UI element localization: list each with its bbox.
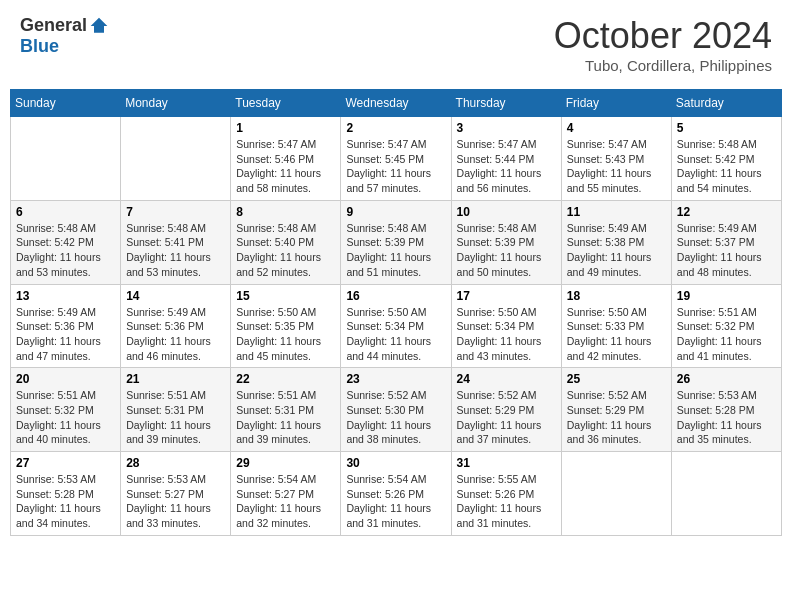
- day-info: Sunrise: 5:54 AM Sunset: 5:27 PM Dayligh…: [236, 472, 335, 531]
- calendar-cell: 20Sunrise: 5:51 AM Sunset: 5:32 PM Dayli…: [11, 368, 121, 452]
- day-number: 11: [567, 205, 666, 219]
- calendar-cell: [121, 117, 231, 201]
- calendar-cell: 3Sunrise: 5:47 AM Sunset: 5:44 PM Daylig…: [451, 117, 561, 201]
- calendar-cell: 1Sunrise: 5:47 AM Sunset: 5:46 PM Daylig…: [231, 117, 341, 201]
- day-number: 9: [346, 205, 445, 219]
- day-info: Sunrise: 5:48 AM Sunset: 5:41 PM Dayligh…: [126, 221, 225, 280]
- calendar-cell: [561, 452, 671, 536]
- day-info: Sunrise: 5:48 AM Sunset: 5:42 PM Dayligh…: [677, 137, 776, 196]
- calendar-cell: 9Sunrise: 5:48 AM Sunset: 5:39 PM Daylig…: [341, 200, 451, 284]
- calendar-cell: 24Sunrise: 5:52 AM Sunset: 5:29 PM Dayli…: [451, 368, 561, 452]
- day-info: Sunrise: 5:49 AM Sunset: 5:36 PM Dayligh…: [16, 305, 115, 364]
- weekday-header: Friday: [561, 90, 671, 117]
- calendar-cell: 11Sunrise: 5:49 AM Sunset: 5:38 PM Dayli…: [561, 200, 671, 284]
- month-title: October 2024: [554, 15, 772, 57]
- day-info: Sunrise: 5:49 AM Sunset: 5:36 PM Dayligh…: [126, 305, 225, 364]
- day-info: Sunrise: 5:53 AM Sunset: 5:28 PM Dayligh…: [677, 388, 776, 447]
- calendar-cell: 14Sunrise: 5:49 AM Sunset: 5:36 PM Dayli…: [121, 284, 231, 368]
- calendar-cell: 15Sunrise: 5:50 AM Sunset: 5:35 PM Dayli…: [231, 284, 341, 368]
- day-number: 15: [236, 289, 335, 303]
- day-info: Sunrise: 5:47 AM Sunset: 5:44 PM Dayligh…: [457, 137, 556, 196]
- day-number: 12: [677, 205, 776, 219]
- day-number: 10: [457, 205, 556, 219]
- calendar-cell: [11, 117, 121, 201]
- day-number: 27: [16, 456, 115, 470]
- day-info: Sunrise: 5:53 AM Sunset: 5:27 PM Dayligh…: [126, 472, 225, 531]
- calendar-cell: 2Sunrise: 5:47 AM Sunset: 5:45 PM Daylig…: [341, 117, 451, 201]
- calendar-cell: 6Sunrise: 5:48 AM Sunset: 5:42 PM Daylig…: [11, 200, 121, 284]
- day-info: Sunrise: 5:50 AM Sunset: 5:34 PM Dayligh…: [346, 305, 445, 364]
- day-info: Sunrise: 5:51 AM Sunset: 5:31 PM Dayligh…: [126, 388, 225, 447]
- weekday-header: Saturday: [671, 90, 781, 117]
- day-number: 3: [457, 121, 556, 135]
- logo-general: General: [20, 15, 87, 36]
- day-info: Sunrise: 5:47 AM Sunset: 5:46 PM Dayligh…: [236, 137, 335, 196]
- day-number: 6: [16, 205, 115, 219]
- calendar-cell: 12Sunrise: 5:49 AM Sunset: 5:37 PM Dayli…: [671, 200, 781, 284]
- calendar-week-row: 13Sunrise: 5:49 AM Sunset: 5:36 PM Dayli…: [11, 284, 782, 368]
- calendar-cell: 30Sunrise: 5:54 AM Sunset: 5:26 PM Dayli…: [341, 452, 451, 536]
- calendar-cell: 26Sunrise: 5:53 AM Sunset: 5:28 PM Dayli…: [671, 368, 781, 452]
- logo-icon: [89, 16, 109, 36]
- day-number: 29: [236, 456, 335, 470]
- day-number: 16: [346, 289, 445, 303]
- day-number: 22: [236, 372, 335, 386]
- day-info: Sunrise: 5:48 AM Sunset: 5:40 PM Dayligh…: [236, 221, 335, 280]
- day-info: Sunrise: 5:54 AM Sunset: 5:26 PM Dayligh…: [346, 472, 445, 531]
- day-number: 2: [346, 121, 445, 135]
- calendar-cell: 7Sunrise: 5:48 AM Sunset: 5:41 PM Daylig…: [121, 200, 231, 284]
- day-info: Sunrise: 5:50 AM Sunset: 5:35 PM Dayligh…: [236, 305, 335, 364]
- calendar-week-row: 6Sunrise: 5:48 AM Sunset: 5:42 PM Daylig…: [11, 200, 782, 284]
- calendar-cell: 8Sunrise: 5:48 AM Sunset: 5:40 PM Daylig…: [231, 200, 341, 284]
- calendar-week-row: 20Sunrise: 5:51 AM Sunset: 5:32 PM Dayli…: [11, 368, 782, 452]
- day-info: Sunrise: 5:48 AM Sunset: 5:39 PM Dayligh…: [346, 221, 445, 280]
- day-info: Sunrise: 5:53 AM Sunset: 5:28 PM Dayligh…: [16, 472, 115, 531]
- calendar-cell: 4Sunrise: 5:47 AM Sunset: 5:43 PM Daylig…: [561, 117, 671, 201]
- calendar-cell: 31Sunrise: 5:55 AM Sunset: 5:26 PM Dayli…: [451, 452, 561, 536]
- day-info: Sunrise: 5:50 AM Sunset: 5:34 PM Dayligh…: [457, 305, 556, 364]
- day-number: 20: [16, 372, 115, 386]
- day-info: Sunrise: 5:50 AM Sunset: 5:33 PM Dayligh…: [567, 305, 666, 364]
- calendar-table: SundayMondayTuesdayWednesdayThursdayFrid…: [10, 89, 782, 536]
- day-info: Sunrise: 5:49 AM Sunset: 5:38 PM Dayligh…: [567, 221, 666, 280]
- weekday-header: Tuesday: [231, 90, 341, 117]
- day-number: 17: [457, 289, 556, 303]
- calendar-cell: 22Sunrise: 5:51 AM Sunset: 5:31 PM Dayli…: [231, 368, 341, 452]
- day-info: Sunrise: 5:49 AM Sunset: 5:37 PM Dayligh…: [677, 221, 776, 280]
- day-number: 28: [126, 456, 225, 470]
- day-number: 26: [677, 372, 776, 386]
- logo: General Blue: [20, 15, 109, 57]
- calendar-cell: 28Sunrise: 5:53 AM Sunset: 5:27 PM Dayli…: [121, 452, 231, 536]
- day-info: Sunrise: 5:52 AM Sunset: 5:29 PM Dayligh…: [457, 388, 556, 447]
- calendar-week-row: 1Sunrise: 5:47 AM Sunset: 5:46 PM Daylig…: [11, 117, 782, 201]
- day-number: 4: [567, 121, 666, 135]
- day-number: 5: [677, 121, 776, 135]
- calendar-cell: 29Sunrise: 5:54 AM Sunset: 5:27 PM Dayli…: [231, 452, 341, 536]
- location: Tubo, Cordillera, Philippines: [554, 57, 772, 74]
- day-number: 19: [677, 289, 776, 303]
- calendar-cell: [671, 452, 781, 536]
- day-number: 25: [567, 372, 666, 386]
- day-info: Sunrise: 5:47 AM Sunset: 5:43 PM Dayligh…: [567, 137, 666, 196]
- calendar-cell: 17Sunrise: 5:50 AM Sunset: 5:34 PM Dayli…: [451, 284, 561, 368]
- weekday-header: Thursday: [451, 90, 561, 117]
- day-info: Sunrise: 5:51 AM Sunset: 5:32 PM Dayligh…: [16, 388, 115, 447]
- day-info: Sunrise: 5:55 AM Sunset: 5:26 PM Dayligh…: [457, 472, 556, 531]
- calendar-cell: 25Sunrise: 5:52 AM Sunset: 5:29 PM Dayli…: [561, 368, 671, 452]
- page-header: General Blue October 2024 Tubo, Cordille…: [10, 10, 782, 79]
- day-info: Sunrise: 5:48 AM Sunset: 5:39 PM Dayligh…: [457, 221, 556, 280]
- day-number: 1: [236, 121, 335, 135]
- weekday-header: Sunday: [11, 90, 121, 117]
- calendar-cell: 19Sunrise: 5:51 AM Sunset: 5:32 PM Dayli…: [671, 284, 781, 368]
- day-number: 30: [346, 456, 445, 470]
- calendar-header-row: SundayMondayTuesdayWednesdayThursdayFrid…: [11, 90, 782, 117]
- day-number: 31: [457, 456, 556, 470]
- day-number: 8: [236, 205, 335, 219]
- day-info: Sunrise: 5:52 AM Sunset: 5:29 PM Dayligh…: [567, 388, 666, 447]
- calendar-cell: 27Sunrise: 5:53 AM Sunset: 5:28 PM Dayli…: [11, 452, 121, 536]
- calendar-cell: 18Sunrise: 5:50 AM Sunset: 5:33 PM Dayli…: [561, 284, 671, 368]
- day-info: Sunrise: 5:47 AM Sunset: 5:45 PM Dayligh…: [346, 137, 445, 196]
- logo-blue: Blue: [20, 36, 59, 56]
- day-number: 21: [126, 372, 225, 386]
- calendar-cell: 16Sunrise: 5:50 AM Sunset: 5:34 PM Dayli…: [341, 284, 451, 368]
